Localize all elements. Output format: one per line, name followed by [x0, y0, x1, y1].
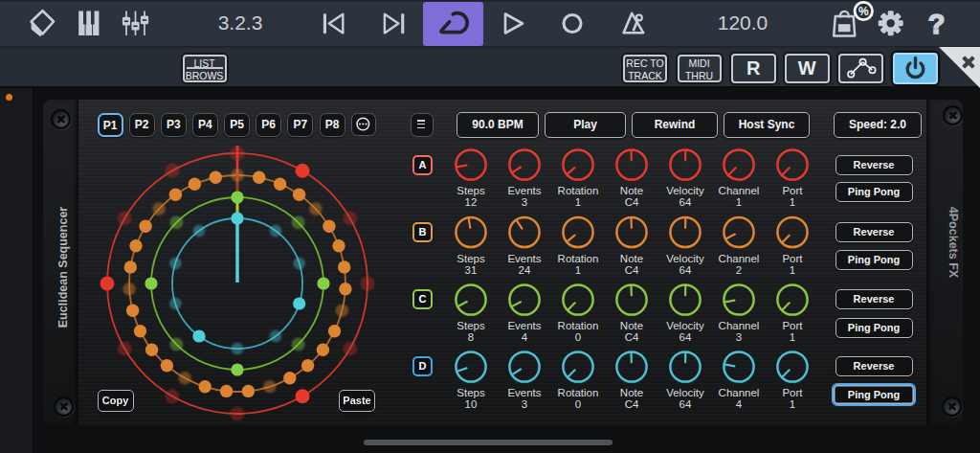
svg-text:%: %: [858, 5, 869, 18]
svg-text:?: ?: [928, 9, 946, 39]
